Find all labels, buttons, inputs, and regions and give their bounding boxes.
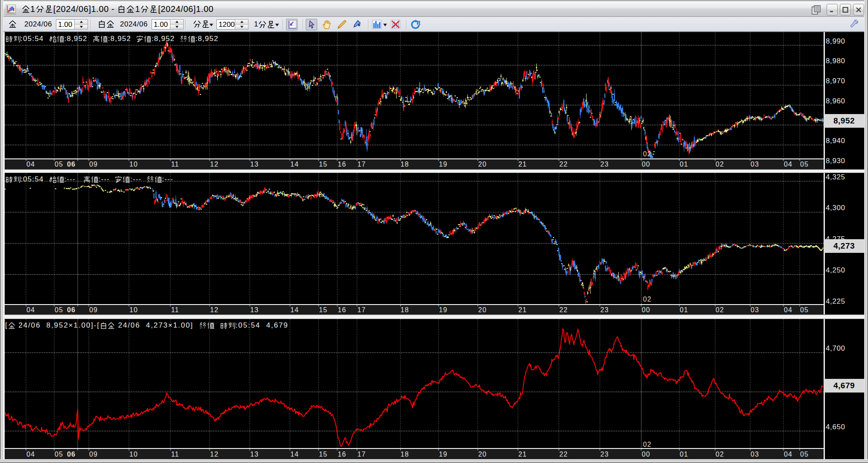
svg-text:20: 20: [478, 306, 487, 314]
svg-text:02: 02: [716, 306, 724, 314]
svg-text:8,930: 8,930: [826, 157, 845, 165]
svg-text:02: 02: [643, 296, 652, 303]
svg-text:17: 17: [357, 161, 366, 168]
svg-text:04: 04: [784, 306, 792, 314]
svg-text:00: 00: [642, 161, 650, 168]
svg-text:03: 03: [751, 161, 759, 168]
svg-text:17: 17: [357, 306, 366, 314]
svg-text:12: 12: [210, 306, 219, 314]
svg-text:13: 13: [250, 161, 259, 168]
svg-text:4,650: 4,650: [826, 423, 845, 431]
svg-text:18: 18: [400, 161, 409, 168]
svg-text:15: 15: [319, 306, 327, 314]
svg-text:04: 04: [26, 451, 35, 458]
svg-text:4,225: 4,225: [826, 297, 845, 305]
svg-text:04: 04: [784, 451, 792, 458]
svg-text:02: 02: [643, 441, 652, 448]
svg-text:00: 00: [642, 306, 650, 314]
svg-text:06: 06: [67, 306, 76, 314]
svg-text:03: 03: [751, 306, 759, 314]
svg-text:22: 22: [559, 306, 568, 314]
svg-text:18: 18: [400, 306, 409, 314]
svg-text:23: 23: [600, 306, 609, 314]
svg-text:09: 09: [89, 161, 98, 168]
svg-text:09: 09: [89, 451, 98, 458]
svg-text:05: 05: [55, 161, 63, 168]
svg-text:04: 04: [784, 161, 792, 168]
svg-text:18: 18: [400, 451, 409, 458]
svg-text:10: 10: [129, 451, 138, 458]
svg-text:19: 19: [439, 306, 447, 314]
svg-text:14: 14: [290, 306, 299, 314]
svg-text:12: 12: [210, 161, 219, 168]
svg-text:04: 04: [26, 306, 35, 314]
svg-text:16: 16: [338, 451, 346, 458]
svg-text:4,325: 4,325: [826, 173, 845, 181]
svg-text:05: 05: [800, 306, 809, 314]
svg-text:14: 14: [290, 451, 299, 458]
svg-text:17: 17: [357, 451, 366, 458]
svg-text:4,700: 4,700: [826, 344, 845, 352]
svg-text:05: 05: [800, 451, 809, 458]
svg-text:05: 05: [55, 451, 63, 458]
svg-text:4,300: 4,300: [826, 204, 845, 212]
svg-text:21: 21: [518, 306, 527, 314]
svg-text:8,940: 8,940: [826, 137, 845, 145]
svg-text:15: 15: [319, 161, 327, 168]
svg-text:09: 09: [89, 306, 98, 314]
svg-text:01: 01: [680, 161, 688, 168]
svg-text:04: 04: [26, 161, 35, 168]
svg-text:21: 21: [518, 161, 527, 168]
svg-text:4,679: 4,679: [833, 381, 855, 390]
svg-text:4,273: 4,273: [833, 241, 855, 250]
svg-text:05: 05: [800, 161, 809, 168]
svg-text:23: 23: [600, 451, 609, 458]
svg-text:20: 20: [478, 161, 487, 168]
svg-text:12: 12: [210, 451, 219, 458]
svg-text:23: 23: [600, 161, 609, 168]
svg-text:8,980: 8,980: [826, 57, 845, 65]
svg-text:06: 06: [67, 161, 76, 168]
svg-text:02: 02: [716, 451, 724, 458]
svg-text:10: 10: [129, 161, 138, 168]
svg-text:05: 05: [55, 306, 63, 314]
svg-text:R: R: [417, 20, 421, 26]
svg-text:11: 11: [171, 451, 179, 458]
svg-text:8,952: 8,952: [833, 116, 855, 125]
svg-text:02: 02: [643, 150, 652, 158]
svg-text:22: 22: [559, 161, 568, 168]
svg-text:8,990: 8,990: [826, 37, 845, 45]
svg-text:22: 22: [559, 451, 568, 458]
svg-text:20: 20: [478, 451, 487, 458]
svg-text:4,250: 4,250: [826, 266, 845, 274]
svg-text:06: 06: [67, 451, 76, 458]
svg-text:8,960: 8,960: [826, 97, 845, 105]
svg-text:13: 13: [250, 306, 259, 314]
svg-text:8,970: 8,970: [826, 77, 845, 85]
svg-text:14: 14: [290, 161, 299, 168]
svg-text:19: 19: [439, 451, 447, 458]
svg-text:16: 16: [338, 306, 346, 314]
svg-text:02: 02: [716, 161, 724, 168]
svg-text:10: 10: [129, 306, 138, 314]
svg-text:19: 19: [439, 161, 447, 168]
svg-text:16: 16: [338, 161, 346, 168]
svg-text:00: 00: [642, 451, 650, 458]
svg-text:13: 13: [250, 451, 259, 458]
svg-text:01: 01: [680, 306, 688, 314]
svg-text:11: 11: [171, 306, 179, 314]
svg-text:03: 03: [751, 451, 759, 458]
svg-text:15: 15: [319, 451, 327, 458]
svg-text:11: 11: [171, 161, 179, 168]
svg-text:21: 21: [518, 451, 527, 458]
svg-text:01: 01: [680, 451, 688, 458]
